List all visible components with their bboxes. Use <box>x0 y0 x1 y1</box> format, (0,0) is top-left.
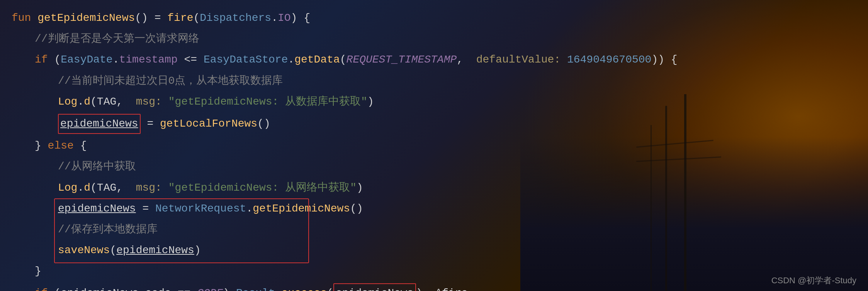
comment-1: //判断是否是今天第一次请求网络 <box>35 30 199 48</box>
paren: ) <box>357 179 363 197</box>
comment-2: //当前时间未超过次日0点，从本地获取数据库 <box>58 72 283 90</box>
paren: () = <box>135 9 167 27</box>
paren: ) <box>367 93 374 111</box>
paren: == <box>171 284 197 291</box>
code-line-9: Log.d(TAG, msg: "getEpidemicNews: 从网络中获取… <box>0 178 868 198</box>
prop-io: IO <box>278 9 291 27</box>
paren: ( <box>90 93 97 111</box>
class-networkrequest: NetworkRequest <box>155 200 246 218</box>
code-line-4: //当前时间未超过次日0点，从本地获取数据库 <box>0 71 868 91</box>
dot: . <box>113 51 119 69</box>
dot: . <box>275 284 282 291</box>
paren: ( <box>54 284 61 291</box>
comment-4: //保存到本地数据库 <box>58 221 158 239</box>
paren: ( <box>54 51 61 69</box>
num-timestamp: 1649049670500 <box>567 51 651 69</box>
paren: , <box>116 93 136 111</box>
dot: . <box>77 179 84 197</box>
fn-name-getEpidemicNews: getEpidemicNews <box>37 9 135 27</box>
class-result: Result <box>236 284 275 291</box>
comment-3: //从网络中获取 <box>58 158 136 176</box>
code-line-2: //判断是否是今天第一次请求网络 <box>0 29 868 49</box>
fn-success: success <box>282 284 327 291</box>
dot: . <box>77 93 84 111</box>
brace-close-2: } <box>35 262 41 280</box>
fn-getdata: getData <box>294 51 340 69</box>
code-container: fun getEpidemicNews() = fire(Dispatchers… <box>0 0 868 291</box>
code-line-11: //保存到本地数据库 <box>0 219 868 240</box>
code-line-12: saveNews(epidemicNews) <box>0 240 868 261</box>
fn-getepidemicnews: getEpidemicNews <box>253 200 350 218</box>
paren: ( <box>90 179 97 197</box>
keyword-if-2: if <box>35 284 54 291</box>
prop-timestamp: timestamp <box>119 51 177 69</box>
fn-getlocalfornews: getLocalForNews <box>160 115 257 133</box>
class-dispatchers: Dispatchers <box>200 9 271 27</box>
log-class: Log <box>58 93 77 111</box>
code-line-10: epidemicNews = NetworkRequest.getEpidemi… <box>0 198 868 219</box>
paren: ) { <box>291 9 310 27</box>
label-defaultvalue: defaultValue: <box>476 51 567 69</box>
class-easydatastore: EasyDataStore <box>204 51 288 69</box>
log-class-2: Log <box>58 179 77 197</box>
var-epidemicnews-box2: epidemicNews <box>333 283 416 291</box>
keyword-fun: fun <box>12 9 37 27</box>
str-log1: "getEpidemicNews: 从数据库中获取" <box>168 93 367 111</box>
var-code-1: code <box>145 284 171 291</box>
paren: ( <box>340 51 347 69</box>
fn-log-d: d <box>84 93 90 111</box>
fire-annotation-1: ^fire <box>435 284 468 291</box>
code-line-1: fun getEpidemicNews() = fire(Dispatchers… <box>0 8 868 29</box>
keyword-else: else <box>48 137 74 155</box>
paren: , <box>116 179 136 197</box>
param-request-timestamp: REQUEST_TIMESTAMP <box>347 51 457 69</box>
dot: . <box>139 284 145 291</box>
paren: , <box>457 51 476 69</box>
brace-close: } <box>35 137 48 155</box>
block-wrapper: epidemicNews = NetworkRequest.getEpidemi… <box>0 198 868 261</box>
code-line-8: //从网络中获取 <box>0 156 868 177</box>
paren: ) <box>416 284 435 291</box>
paren: ) <box>194 242 201 259</box>
paren: ) <box>223 284 236 291</box>
dot: . <box>246 200 253 218</box>
comparator-lte: <= <box>178 51 204 69</box>
keyword-if: if <box>35 51 54 69</box>
var-epidemicnews-2: epidemicNews <box>58 200 136 218</box>
eq-sign-2: = <box>136 200 155 218</box>
code-line-3: if (EasyDate.timestamp <= EasyDataStore.… <box>0 49 868 70</box>
const-code: CODE <box>197 284 223 291</box>
var-epidemicnews-4: epidemicNews <box>61 284 139 291</box>
paren: () <box>257 115 270 133</box>
var-epidemicnews-box1: epidemicNews <box>58 114 141 134</box>
class-easydate: EasyDate <box>61 51 112 69</box>
dot: . <box>271 9 278 27</box>
code-line-6: epidemicNews = getLocalForNews() <box>0 112 868 135</box>
code-line-5: Log.d(TAG, msg: "getEpidemicNews: 从数据库中获… <box>0 91 868 112</box>
label-msg: msg: <box>136 93 168 111</box>
var-epidemicnews-3: epidemicNews <box>116 242 194 259</box>
eq-sign: = <box>141 115 160 133</box>
code-line-13: } <box>0 261 868 282</box>
var-tag-2: TAG <box>97 179 116 197</box>
dot: . <box>288 51 294 69</box>
paren: () <box>350 200 363 218</box>
brace-open: { <box>74 137 87 155</box>
str-log2: "getEpidemicNews: 从网络中获取" <box>168 179 357 197</box>
fn-fire: fire <box>167 9 193 27</box>
paren: )) { <box>651 51 677 69</box>
paren: ( <box>110 242 116 259</box>
paren: ( <box>194 9 200 27</box>
paren: ( <box>327 284 333 291</box>
fn-log-d2: d <box>84 179 90 197</box>
code-line-14: if (epidemicNews.code == CODE) Result.su… <box>0 282 868 291</box>
watermark: CSDN @初学者-Study <box>771 275 856 286</box>
label-msg-2: msg: <box>136 179 168 197</box>
fn-savenews: saveNews <box>58 242 110 259</box>
code-line-7: } else { <box>0 135 868 156</box>
var-tag: TAG <box>97 93 116 111</box>
